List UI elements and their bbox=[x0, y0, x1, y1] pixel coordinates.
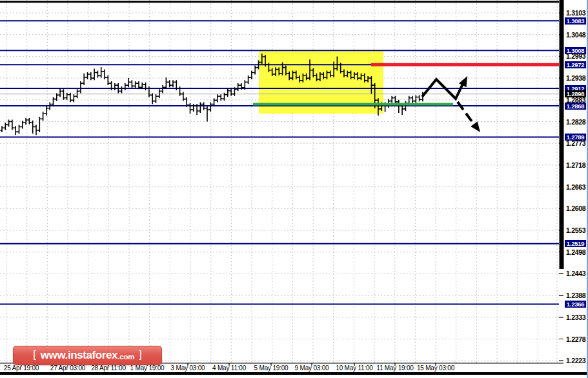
date-label: 27 Apr 03:00 bbox=[50, 364, 85, 372]
date-label: 15 May 03:00 bbox=[417, 364, 454, 372]
price-tick-1.2608: 1.2608 bbox=[566, 204, 588, 212]
level-label-1.2789: 1.2789 bbox=[565, 134, 586, 141]
price-tick-1.2498: 1.2498 bbox=[566, 248, 588, 256]
date-label: 3 May 03:00 bbox=[171, 364, 205, 372]
level-label-1.2972: 1.2972 bbox=[565, 61, 586, 68]
level-label-1.2366: 1.2366 bbox=[565, 301, 586, 308]
date-label: 10 May 11:00 bbox=[336, 364, 372, 372]
price-tick-1.2333: 1.2333 bbox=[566, 313, 588, 321]
logo-suffix: .com bbox=[117, 351, 134, 361]
window-bottom-border bbox=[0, 372, 588, 375]
date-label: 25 Apr 19:00 bbox=[4, 364, 39, 372]
forex-chart-window: 1.31031.30481.29931.29381.28831.28281.27… bbox=[0, 0, 588, 378]
price-tick-1.3048: 1.3048 bbox=[566, 31, 588, 39]
price-tick-1.2553: 1.2553 bbox=[566, 226, 588, 234]
instaforex-logo: [ www.instaforex .com ] bbox=[13, 346, 162, 365]
date-label: 28 Apr 11:00 bbox=[91, 364, 126, 372]
logo-text: www.instaforex bbox=[41, 349, 117, 362]
date-label: 11 May 19:00 bbox=[376, 364, 413, 372]
price-tick-1.2938: 1.2938 bbox=[566, 74, 588, 82]
price-tick-1.2828: 1.2828 bbox=[566, 118, 588, 126]
date-label: 1 May 19:00 bbox=[130, 364, 165, 372]
level-label-1.3083: 1.3083 bbox=[565, 17, 586, 25]
level-label-1.2519: 1.2519 bbox=[565, 240, 586, 247]
price-tick-1.2278: 1.2278 bbox=[566, 335, 588, 343]
price-tick-1.2223: 1.2223 bbox=[566, 357, 588, 364]
down-arrowhead-icon bbox=[471, 121, 480, 132]
price-axis-bar[interactable] bbox=[560, 0, 564, 269]
price-tick-1.3103: 1.3103 bbox=[566, 9, 588, 17]
level-label-1.3008: 1.3008 bbox=[565, 47, 586, 54]
level-label-1.2868: 1.2868 bbox=[565, 103, 586, 110]
up-arrowhead-icon bbox=[459, 76, 467, 87]
price-tick-1.2718: 1.2718 bbox=[566, 161, 588, 169]
logo-bracket-left: [ bbox=[28, 349, 40, 362]
logo-bracket-right: ] bbox=[134, 349, 146, 362]
date-label: 9 May 03:00 bbox=[295, 364, 329, 372]
current-price-label: 1.2898 bbox=[565, 90, 586, 97]
price-tick-1.2388: 1.2388 bbox=[566, 292, 588, 299]
price-tick-1.2663: 1.2663 bbox=[566, 183, 588, 191]
date-label: 4 May 11:00 bbox=[212, 364, 246, 372]
price-tick-1.2443: 1.2443 bbox=[566, 270, 588, 277]
date-label: 5 May 19:00 bbox=[254, 364, 289, 372]
chart-canvas[interactable] bbox=[0, 0, 588, 378]
price-tick-1.2773: 1.2773 bbox=[566, 139, 588, 147]
